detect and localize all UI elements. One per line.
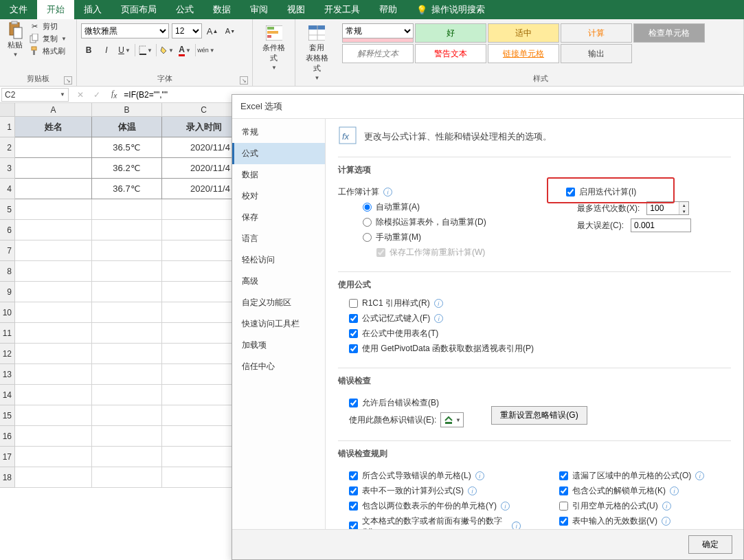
nav-item-语言[interactable]: 语言 <box>232 228 325 249</box>
table-format-button[interactable]: 套用 表格格式▼ <box>300 23 334 82</box>
font-color-button[interactable]: A▼ <box>177 43 192 58</box>
cell-style-解释性文本[interactable]: 解释性文本 <box>342 44 414 63</box>
info-icon[interactable]: i <box>383 188 392 197</box>
r1c1-checkbox[interactable] <box>349 299 358 308</box>
tab-插入[interactable]: 插入 <box>74 0 111 19</box>
cell[interactable] <box>15 364 92 385</box>
row-header[interactable]: 18 <box>0 467 15 488</box>
border-button[interactable]: ▼ <box>138 43 153 58</box>
nav-item-保存[interactable]: 保存 <box>232 207 325 228</box>
spin-down-icon[interactable]: ▼ <box>679 208 688 214</box>
rule-r4-checkbox[interactable] <box>559 517 568 526</box>
cell[interactable] <box>92 447 162 467</box>
accept-formula-icon[interactable]: ✓ <box>89 87 104 102</box>
except-tables-radio[interactable] <box>363 218 372 227</box>
dialog-launcher-icon[interactable]: ↘ <box>240 76 248 85</box>
phonetic-button[interactable]: wén▼ <box>199 43 214 58</box>
auto-calc-radio[interactable] <box>363 203 372 212</box>
cell[interactable] <box>92 344 162 364</box>
nav-item-信任中心[interactable]: 信任中心 <box>232 356 325 377</box>
format-painter-button[interactable]: 格式刷 <box>29 45 67 56</box>
nav-item-加载项[interactable]: 加载项 <box>232 335 325 356</box>
cell[interactable] <box>15 385 92 405</box>
rule-r3-checkbox[interactable] <box>559 502 568 511</box>
row-header[interactable]: 6 <box>0 220 15 240</box>
row-header[interactable]: 13 <box>0 364 15 385</box>
row-header[interactable]: 9 <box>0 282 15 302</box>
cell[interactable] <box>92 220 162 240</box>
nav-item-校对[interactable]: 校对 <box>232 186 325 207</box>
row-header[interactable]: 10 <box>0 302 15 323</box>
info-icon[interactable]: i <box>475 471 484 480</box>
tab-开始[interactable]: 开始 <box>37 0 74 19</box>
cell[interactable] <box>15 240 92 261</box>
cell[interactable]: 36.7℃ <box>92 179 162 199</box>
cell[interactable] <box>15 199 92 220</box>
cell[interactable] <box>15 323 92 344</box>
cell[interactable] <box>92 261 162 282</box>
cell-style-输出[interactable]: 输出 <box>561 44 632 63</box>
rule-l4-checkbox[interactable] <box>349 522 358 529</box>
cell[interactable] <box>92 364 162 385</box>
nav-item-轻松访问[interactable]: 轻松访问 <box>232 249 325 271</box>
row-header[interactable]: 16 <box>0 426 15 447</box>
autocomplete-checkbox[interactable] <box>349 314 358 323</box>
row-header[interactable]: 2 <box>0 137 15 158</box>
info-icon[interactable]: i <box>695 471 704 480</box>
rule-l1-checkbox[interactable] <box>349 471 358 480</box>
bold-button[interactable]: B <box>81 43 96 58</box>
copy-button[interactable]: 复制▼ <box>29 33 67 44</box>
cell[interactable] <box>15 179 92 199</box>
info-icon[interactable]: i <box>468 486 477 495</box>
row-header[interactable]: 14 <box>0 385 15 405</box>
tab-审阅[interactable]: 审阅 <box>240 0 278 19</box>
row-header[interactable]: 7 <box>0 240 15 261</box>
tab-视图[interactable]: 视图 <box>278 0 315 19</box>
info-icon[interactable]: i <box>434 314 443 323</box>
font-size-combo[interactable]: 12 <box>172 23 202 38</box>
cell[interactable] <box>92 199 162 220</box>
name-box[interactable]: C2▼ <box>1 88 69 102</box>
cell[interactable]: 姓名 <box>15 117 92 137</box>
tell-me-search[interactable]: 💡操作说明搜索 <box>407 0 495 19</box>
cell[interactable] <box>15 447 92 467</box>
cell[interactable] <box>15 137 92 158</box>
rule-r2-checkbox[interactable] <box>559 486 568 495</box>
col-header-A[interactable]: A <box>15 103 92 116</box>
cell[interactable] <box>15 282 92 302</box>
row-header[interactable]: 15 <box>0 405 15 426</box>
cell[interactable] <box>15 405 92 426</box>
paste-button[interactable]: 粘贴 ▼ <box>4 21 26 59</box>
cut-button[interactable]: ✂剪切 <box>29 21 67 32</box>
tab-数据[interactable]: 数据 <box>203 0 240 19</box>
cell[interactable] <box>92 385 162 405</box>
info-icon[interactable]: i <box>662 502 671 511</box>
row-header[interactable]: 3 <box>0 158 15 179</box>
col-header-B[interactable]: B <box>92 103 162 116</box>
max-iter-input[interactable] <box>647 202 679 214</box>
cell[interactable] <box>15 467 92 488</box>
info-icon[interactable]: i <box>662 517 670 526</box>
cell[interactable]: 36.2℃ <box>92 158 162 179</box>
row-header[interactable]: 17 <box>0 447 15 467</box>
decrease-font-icon[interactable]: A▼ <box>223 23 238 38</box>
row-header[interactable]: 4 <box>0 179 15 199</box>
tab-页面布局[interactable]: 页面布局 <box>111 0 166 19</box>
conditional-format-button[interactable]: 条件格式▼ <box>257 23 291 72</box>
cell-style-链接单元格[interactable]: 链接单元格 <box>488 44 559 63</box>
info-icon[interactable]: i <box>434 299 443 308</box>
rule-r1-checkbox[interactable] <box>559 471 568 480</box>
underline-button[interactable]: U▼ <box>117 43 132 58</box>
max-change-input[interactable] <box>631 219 691 232</box>
cell[interactable] <box>92 282 162 302</box>
cell[interactable] <box>92 426 162 447</box>
info-icon[interactable]: i <box>512 522 521 529</box>
rule-l2-checkbox[interactable] <box>349 486 358 495</box>
fx-icon[interactable]: fx <box>107 89 121 100</box>
table-names-checkbox[interactable] <box>349 329 358 338</box>
tab-帮助[interactable]: 帮助 <box>370 0 407 19</box>
nav-item-高级[interactable]: 高级 <box>232 271 325 292</box>
increase-font-icon[interactable]: A▲ <box>205 23 220 38</box>
nav-item-数据[interactable]: 数据 <box>232 164 325 186</box>
dialog-launcher-icon[interactable]: ↘ <box>64 76 72 85</box>
